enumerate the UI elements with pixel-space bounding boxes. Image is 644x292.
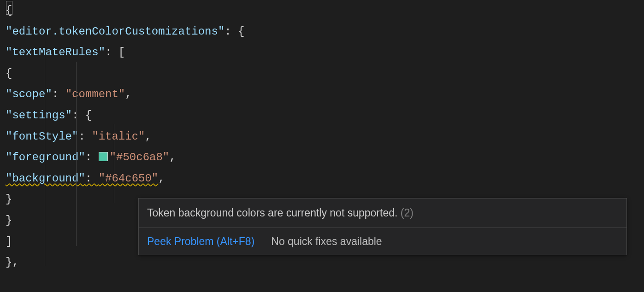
property-key: "foreground" [6,147,85,168]
open-brace: { [6,63,12,84]
close-brace: } [6,189,12,210]
property-key: "textMateRules" [6,42,105,63]
open-brace: { [6,0,12,21]
code-line-4[interactable]: { [6,63,644,84]
indent-guide [76,62,77,246]
close-brace: } [6,210,12,231]
close-brace: }, [6,252,19,273]
punctuation: , [125,84,131,105]
code-line-3[interactable]: "textMateRules": [ [6,42,644,63]
code-line-6[interactable]: "settings": { [6,105,644,126]
hover-problem-count: (2) [401,207,414,219]
string-value: "comment" [65,84,125,105]
punctuation: , [158,168,165,189]
punctuation: : { [225,21,244,42]
property-key: "editor.tokenColorCustomizations" [6,21,225,42]
hover-message-text: Token background colors are currently no… [147,207,397,219]
hover-message: Token background colors are currently no… [139,199,626,228]
punctuation: : [ [105,42,125,63]
property-key-warning: "background" [6,172,85,185]
string-value: "italic" [92,126,145,147]
code-line-9[interactable]: "background": "#64c650", [6,168,644,189]
indent-guide [114,124,114,203]
punctuation: : [85,147,99,168]
no-quick-fix-text: No quick fixes available [271,234,382,250]
string-value: "#64c650" [99,172,159,185]
code-line-7[interactable]: "fontStyle": "italic", [6,126,644,147]
problem-hover-popup: Token background colors are currently no… [138,198,627,255]
color-swatch-icon[interactable] [99,152,108,161]
property-key: "fontStyle" [6,126,78,147]
hover-actions: Peek Problem (Alt+F8) No quick fixes ava… [139,228,626,255]
punctuation: , [169,147,176,168]
punctuation: : [52,84,65,105]
code-line-2[interactable]: "editor.tokenColorCustomizations": { [6,21,644,42]
property-key: "settings" [6,105,72,126]
punctuation: : [85,172,99,185]
string-value: "#50c6a8" [110,147,170,168]
code-line-5[interactable]: "scope": "comment", [6,84,644,105]
code-line-8[interactable]: "foreground": "#50c6a8", [6,147,644,168]
punctuation: , [145,126,151,147]
close-bracket: ] [6,231,12,252]
code-line-1[interactable]: { [6,0,644,21]
punctuation: : [78,126,92,147]
punctuation: : { [72,105,92,126]
peek-problem-link[interactable]: Peek Problem (Alt+F8) [147,234,254,250]
indent-guide [45,41,45,266]
